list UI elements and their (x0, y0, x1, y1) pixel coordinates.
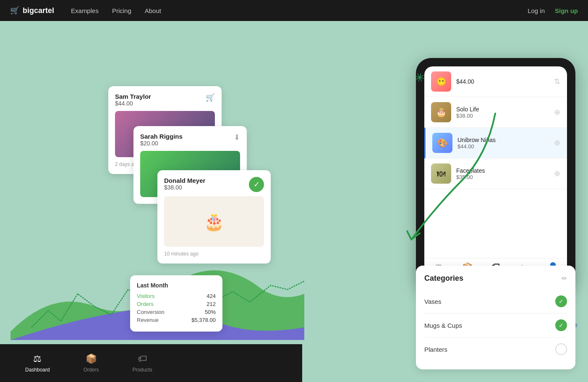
drag-handle-0[interactable]: ⊕ (554, 108, 560, 117)
product-info-2: Faceplates $35.00 (456, 167, 549, 180)
bottom-nav-orders[interactable]: 📦 Orders (84, 353, 99, 373)
phone-product-item-2: 🍽 Faceplates $35.00 ⊕ (424, 158, 567, 189)
product-info-1: Unibrow Niñas $44.00 (457, 137, 549, 150)
drag-handle-top[interactable]: ⇅ (554, 77, 560, 86)
order-card-donald: Donald Meyer $38.00 ✓ 🎂 10 minutes ago (157, 170, 271, 263)
stats-value-visitors: 424 (206, 293, 216, 299)
phone-mockup: 😶 $44.00 ⇅ 🎂 Solo Life $38.00 ⊕ (416, 58, 575, 289)
order-name-donald: Donald Meyer (164, 177, 205, 184)
signup-button[interactable]: Sign up (555, 7, 578, 14)
categories-title: Categories (424, 274, 463, 283)
product-thumb-top: 😶 (431, 71, 451, 92)
stats-row-orders: Orders 212 (137, 301, 216, 307)
download-icon-sarah[interactable]: ⬇ (234, 133, 240, 142)
navbar: 🛒 bigcartel Examples Pricing About Log i… (0, 0, 588, 21)
product-info-top: $44.00 (456, 78, 549, 85)
bottom-nav-products[interactable]: 🏷 Products (132, 353, 152, 373)
logo-icon: 🛒 (10, 6, 19, 15)
category-name-2: Planters (424, 346, 447, 353)
main-area: Sam Traylor $44.00 🛒 2 days ago Sarah Ri… (0, 21, 588, 382)
category-name-1: Mugs & Cups (424, 322, 462, 329)
stats-value-revenue: $5,378.00 (191, 317, 216, 323)
stats-label-revenue: Revenue (137, 317, 159, 323)
order-image-donald: 🎂 (164, 196, 264, 247)
order-price-sam: $44.00 (115, 100, 151, 107)
categories-header: Categories ✏ (424, 274, 567, 283)
bottom-orders-icon: 📦 (86, 353, 97, 364)
category-check-1[interactable]: ✓ (555, 319, 567, 331)
nav-links: Examples Pricing About (71, 7, 161, 14)
product-thumb-2: 🍽 (431, 163, 451, 184)
order-name-sarah: Sarah Riggins (140, 133, 183, 140)
product-thumb-0: 🎂 (431, 102, 451, 122)
product-name-0: Solo Life (456, 106, 549, 113)
cart-icon-sam[interactable]: 🛒 (206, 93, 215, 102)
product-name-2: Faceplates (456, 167, 549, 174)
nav-about[interactable]: About (145, 7, 161, 14)
phone-product-item-0: 🎂 Solo Life $38.00 ⊕ (424, 97, 567, 128)
bottom-nav-label-orders: Orders (84, 367, 99, 373)
category-item-1: Mugs & Cups ✓ (424, 314, 567, 337)
stats-label-orders[interactable]: Orders (137, 301, 154, 307)
card-header-sam: Sam Traylor $44.00 🛒 (115, 93, 215, 107)
order-price-sarah: $20.00 (140, 140, 183, 147)
stats-card: Last Month Visitors 424 Orders 212 Conve… (130, 275, 222, 332)
phone-product-item-1: 🎨 Unibrow Niñas $44.00 ⊕ (424, 128, 567, 158)
product-name-top: $44.00 (456, 78, 549, 85)
drag-handle-1[interactable]: ⊕ (554, 138, 560, 148)
bottom-nav-dashboard[interactable]: ⚖ Dashboard (25, 353, 50, 373)
product-price-2: $35.00 (456, 174, 549, 180)
category-item-2: Planters (424, 337, 567, 361)
stats-title: Last Month (137, 282, 216, 289)
product-name-1: Unibrow Niñas (457, 137, 549, 143)
bottom-nav-label-dashboard: Dashboard (25, 367, 50, 373)
drag-handle-2[interactable]: ⊕ (554, 169, 560, 178)
bottom-products-icon: 🏷 (138, 353, 147, 364)
product-price-0: $38.00 (456, 113, 549, 119)
stats-row-conversion: Conversion 50% (137, 309, 216, 315)
category-name-0: Vases (424, 298, 442, 305)
nav-pricing[interactable]: Pricing (112, 7, 131, 14)
category-item-0: Vases ✓ (424, 290, 567, 314)
phone-product-list: 😶 $44.00 ⇅ 🎂 Solo Life $38.00 ⊕ (424, 66, 567, 258)
product-price-1: $44.00 (457, 143, 549, 150)
product-info-0: Solo Life $38.00 (456, 106, 549, 119)
order-price-donald: $38.00 (164, 184, 205, 191)
nav-examples[interactable]: Examples (71, 7, 99, 14)
stats-value-conversion: 50% (205, 309, 216, 315)
logo-text: bigcartel (23, 6, 54, 15)
phone-product-item-top: 😶 $44.00 ⇅ (424, 66, 567, 97)
product-thumb-1: 🎨 (432, 133, 452, 153)
login-button[interactable]: Log in (528, 7, 545, 14)
category-circle-2[interactable] (555, 343, 567, 355)
stats-value-orders: 212 (206, 301, 216, 307)
bottom-dashboard-icon: ⚖ (33, 353, 42, 364)
nav-right: Log in Sign up (528, 7, 578, 14)
card-header-sarah: Sarah Riggins $20.00 ⬇ (140, 133, 240, 147)
category-check-0[interactable]: ✓ (555, 295, 567, 307)
stats-row-visitors: Visitors 424 (137, 293, 216, 299)
stats-label-visitors[interactable]: Visitors (137, 293, 154, 299)
order-time-donald: 10 minutes ago (164, 251, 264, 257)
bottom-nav-label-products: Products (132, 367, 152, 373)
logo[interactable]: 🛒 bigcartel (10, 6, 54, 15)
order-name-sam: Sam Traylor (115, 93, 151, 100)
phone-screen: 😶 $44.00 ⇅ 🎂 Solo Life $38.00 ⊕ (424, 66, 567, 281)
edit-categories-icon[interactable]: ✏ (562, 274, 567, 282)
bottom-bar: ⚖ Dashboard 📦 Orders 🏷 Products (0, 344, 302, 382)
card-header-donald: Donald Meyer $38.00 ✓ (164, 177, 264, 192)
stats-row-revenue: Revenue $5,378.00 (137, 317, 216, 323)
check-badge-donald: ✓ (249, 177, 264, 192)
stats-label-conversion: Conversion (137, 309, 165, 315)
categories-panel: Categories ✏ Vases ✓ Mugs & Cups ✓ Plant… (416, 266, 575, 369)
